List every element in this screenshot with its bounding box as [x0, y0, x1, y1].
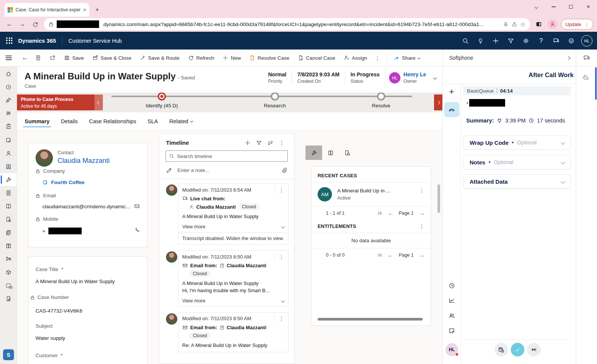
- recent-case-more-icon[interactable]: [419, 187, 425, 193]
- entry-contact[interactable]: Claudia Mazzanti: [227, 325, 267, 330]
- note-row[interactable]: Enter a note...: [160, 162, 293, 179]
- user-avatar[interactable]: HL: [581, 35, 592, 46]
- assign-button[interactable]: Assign: [340, 51, 371, 64]
- entry-contact[interactable]: Claudia Mazzanti: [196, 204, 236, 210]
- call-phone-icon[interactable]: [134, 227, 140, 233]
- timeline-filter-icon[interactable]: [253, 140, 265, 146]
- tab-case-relationships[interactable]: Case Relationships: [89, 112, 136, 130]
- similar-cases-tab-doc-search-icon[interactable]: [339, 146, 355, 160]
- save-and-close-button[interactable]: Save & Close: [88, 51, 135, 64]
- sidebar-item-email-templates[interactable]: [0, 226, 17, 239]
- subject-value[interactable]: Water supply: [36, 335, 65, 341]
- softphone-collapse-icon[interactable]: [567, 56, 571, 60]
- view-more[interactable]: View more: [182, 298, 284, 304]
- timeline-entry[interactable]: Modified on: 7/11/2023 8:54 AM Live chat…: [178, 183, 288, 245]
- app-name[interactable]: Customer Service Hub: [68, 38, 122, 44]
- notes-icon[interactable]: [443, 325, 461, 337]
- search-timeline-input[interactable]: [177, 153, 284, 159]
- knowledge-base-tab-book-icon[interactable]: [322, 146, 339, 160]
- softphone-header[interactable]: Softphone: [443, 50, 576, 66]
- sidebar-item-knowledge-search[interactable]: [0, 213, 17, 226]
- stage-research-dot[interactable]: [271, 93, 279, 101]
- view-more-chevron-icon[interactable]: [281, 299, 285, 302]
- entitlements-more-icon[interactable]: [419, 223, 425, 229]
- sidebar-item-drafts[interactable]: [0, 292, 17, 305]
- tim​eline-search-box[interactable]: [166, 150, 288, 162]
- stage-resolve-label[interactable]: Resolve: [372, 103, 391, 108]
- save-and-route-button[interactable]: Save & Route: [136, 51, 183, 64]
- expand-chevron-icon[interactable]: [561, 160, 565, 164]
- stage-research-label[interactable]: Research: [264, 103, 286, 108]
- view-more-chevron-icon[interactable]: [281, 225, 285, 228]
- extensions-puzzle-icon[interactable]: [581, 73, 590, 82]
- expand-chevron-icon[interactable]: [561, 140, 565, 144]
- stage-identify-label[interactable]: Identify (45 D): [146, 103, 178, 108]
- new-tab-button[interactable]: [92, 5, 102, 15]
- vertical-scrollbar[interactable]: [437, 184, 440, 213]
- entry-contact[interactable]: Claudia Mazzanti: [227, 263, 267, 268]
- sidebar-item-contacts[interactable]: [0, 147, 17, 160]
- view-more[interactable]: View more: [182, 224, 284, 229]
- owner-link[interactable]: Henry Le: [403, 71, 426, 77]
- analytics-icon[interactable]: [443, 294, 461, 307]
- sidebar-item-products[interactable]: [0, 266, 17, 279]
- send-email-icon[interactable]: [134, 203, 140, 209]
- sidebar-item-email-tracking[interactable]: [0, 279, 17, 292]
- timeline-entry[interactable]: Modified on: 7/11/2023 8:50 AM Email fro…: [178, 312, 288, 352]
- browser-tab[interactable]: Case: Case for Interactive experie: [5, 3, 89, 17]
- sidebar-item-social-profiles[interactable]: [0, 160, 17, 173]
- app-launcher-icon[interactable]: [6, 37, 13, 44]
- tab-related[interactable]: Related: [169, 112, 193, 130]
- reload-icon[interactable]: [29, 19, 41, 30]
- refresh-button[interactable]: Refresh: [184, 51, 218, 64]
- note-input[interactable]: Enter a note...: [177, 167, 276, 173]
- mic-icon[interactable]: [503, 22, 509, 27]
- tab-close-icon[interactable]: [83, 7, 86, 13]
- timeline-add-icon[interactable]: [242, 140, 253, 146]
- company-value-link[interactable]: Fourth Coffee: [42, 180, 85, 185]
- first-page-icon[interactable]: [377, 252, 382, 258]
- bookmark-star-icon[interactable]: [520, 21, 526, 28]
- form-selector-icon[interactable]: [31, 51, 45, 64]
- page-back-icon[interactable]: [19, 52, 31, 64]
- browser-update-button[interactable]: Update: [561, 19, 593, 29]
- tab-details[interactable]: Details: [61, 112, 78, 130]
- sidebar-item-dashboards[interactable]: [0, 107, 17, 119]
- panel-scrollbar[interactable]: [595, 67, 597, 100]
- notes-section[interactable]: Notes Optional: [463, 155, 571, 169]
- process-stage-box[interactable]: Phone to Case Process Active for 45 days: [17, 94, 95, 110]
- url-bar[interactable]: .dynamics.com/main.aspx?appid=6685b74b-f…: [44, 18, 530, 30]
- owner-field[interactable]: HL Henry Le Owner: [385, 71, 430, 84]
- save-button[interactable]: Save: [60, 51, 88, 64]
- tab-sla[interactable]: SLA: [147, 112, 158, 130]
- quick-create-icon[interactable]: [488, 33, 503, 48]
- attach-icon[interactable]: [282, 167, 287, 173]
- horizontal-scrollbar[interactable]: [318, 318, 423, 321]
- smiley-icon[interactable]: [564, 33, 579, 48]
- conversations-icon[interactable]: [583, 54, 590, 62]
- mobile-value[interactable]: +: [42, 228, 82, 234]
- sidebar-item-cases[interactable]: [0, 173, 17, 186]
- next-page-icon[interactable]: [419, 210, 425, 216]
- timeline-entry[interactable]: Modified on: 7/11/2023 8:50 AM Email fro…: [178, 250, 288, 307]
- timeline-sort-icon[interactable]: [265, 140, 276, 146]
- related-cases-tab-wrench-icon[interactable]: [305, 146, 322, 160]
- recent-case-row[interactable]: AM A Mineral Build Up in ... Active: [312, 183, 431, 206]
- share-button[interactable]: Share: [390, 51, 424, 64]
- recent-case-title[interactable]: A Mineral Build Up in ...: [337, 188, 414, 194]
- sidebar-item-queues[interactable]: [0, 186, 17, 199]
- tab-search-icon[interactable]: [527, 0, 545, 13]
- agent-presence-avatar[interactable]: HL: [445, 343, 458, 356]
- timeline-more-icon[interactable]: [276, 140, 287, 146]
- sidebar-item-accounts[interactable]: [0, 133, 17, 146]
- next-page-icon[interactable]: [419, 252, 425, 258]
- sidebar-item-home[interactable]: [0, 67, 17, 80]
- filter-icon[interactable]: [503, 33, 518, 48]
- overflow-menu-icon[interactable]: [372, 55, 383, 61]
- prev-page-icon[interactable]: [388, 252, 393, 258]
- sidebar-item-knowledge-base[interactable]: [0, 239, 17, 252]
- process-next-icon[interactable]: [434, 94, 442, 110]
- stage-identify-dot[interactable]: [158, 93, 166, 101]
- contacts-icon[interactable]: [443, 310, 461, 322]
- popout-icon[interactable]: [46, 51, 59, 64]
